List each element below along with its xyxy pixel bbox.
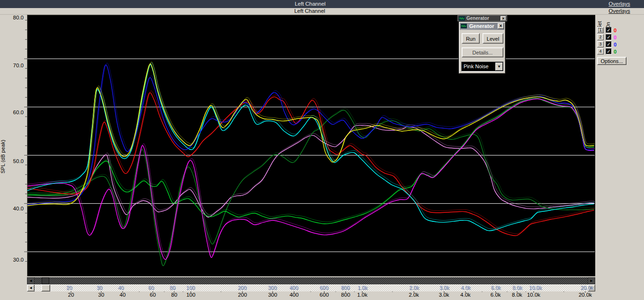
x-axis-label: 100 (180, 292, 201, 298)
overlays-panel: Set On 1✓02✓03✓04✓0 (595, 15, 644, 276)
scroll-left-icon: ◄ (27, 277, 35, 284)
scrollbar-thumb[interactable] (41, 284, 50, 291)
window-titlebar: Left Channel Overlays (0, 8, 644, 15)
x-axis-label: 20.0k (575, 292, 596, 298)
x-axis-label-ghost: 400 (289, 285, 298, 291)
run-button[interactable]: Run (462, 33, 480, 44)
x-axis-label-ghost: 3.0k (439, 285, 449, 291)
x-axis-label-ghost: 80 (170, 285, 175, 291)
y-axis-label: 40.0 (0, 206, 24, 211)
x-axis-label: 3.0k (434, 292, 455, 298)
x-axis-label: 600 (314, 292, 335, 298)
x-axis-label-ghost: 60 (148, 285, 154, 291)
x-axis-label-ghost: 1.0k (358, 285, 367, 291)
overlays-panel-title: Overlays (607, 8, 632, 14)
generator-dialog-titlebar[interactable]: Generator × (460, 23, 504, 30)
x-axis-label-ghost: 2.0k (409, 285, 419, 291)
overlay-set-button-4[interactable]: 4 (597, 48, 604, 55)
x-axis-label-ghost: 6.0k (491, 285, 501, 291)
signal-select-value: Pink Noise (464, 64, 489, 69)
overlay-set-button-2[interactable]: 2 (597, 34, 604, 40)
x-axis-label: 300 (262, 292, 283, 298)
x-axis-label: 40 (112, 292, 133, 298)
generator-ghost-title: Generator (466, 16, 489, 21)
x-axis-label-ghost: 10.0k (529, 285, 542, 291)
window-titlebar-ghost: Left Channel Overlays (0, 0, 644, 8)
x-axis-label: 400 (284, 292, 304, 298)
scroll-right-icon: ► (588, 277, 595, 284)
overlay-set-button-1[interactable]: 1 (597, 27, 604, 33)
overlay-set-button-3[interactable]: 3 (597, 41, 604, 47)
h-scrollbar-ghost: ◄ ► (27, 277, 595, 284)
close-icon[interactable]: × (501, 16, 506, 21)
x-axis-label-ghost: 800 (341, 285, 349, 291)
overlay-value-3: 0 (614, 42, 617, 47)
spectrum-plot-area (27, 15, 595, 276)
x-axis-label-ghost: 30 (97, 285, 102, 291)
y-axis-label: 70.0 (0, 63, 24, 68)
generator-dialog-ghost-titlebar: Generator × (457, 15, 507, 21)
chevron-down-icon[interactable]: ▼ (495, 63, 503, 71)
x-axis-label-ghost: 600 (320, 285, 328, 291)
x-axis-label: 30 (91, 292, 112, 298)
signal-select[interactable]: Pink Noise ▼ (461, 62, 504, 72)
x-axis-label-ghost: 40 (118, 285, 124, 291)
x-axis-label: 200 (232, 292, 253, 298)
x-axis-label-ghost: 20 (66, 285, 72, 291)
level-button[interactable]: Level (483, 33, 503, 44)
overlays-options-button[interactable]: Options... (597, 57, 626, 65)
x-axis-label-ghost: 20.0k (581, 285, 593, 291)
x-axis-label: 20 (61, 292, 81, 298)
window-title-ghost: Left Channel (0, 1, 620, 7)
generator-waveform-icon (461, 24, 467, 28)
y-axis-title: SPL (dB peak) (0, 108, 8, 205)
x-axis-label-ghost: 8.0k (512, 285, 522, 291)
close-icon[interactable]: × (498, 23, 504, 29)
window-title: Left Channel (0, 8, 619, 14)
details-button[interactable]: Details... (462, 47, 503, 57)
y-axis-label: 30.0 (0, 257, 24, 263)
overlay-on-checkbox-2[interactable]: ✓ (606, 34, 612, 40)
x-axis-label: 4.0k (455, 292, 476, 298)
x-axis-label: 2.0k (403, 292, 424, 298)
generator-dialog-title: Generator (469, 23, 494, 29)
y-axis-label: 80.0 (0, 15, 24, 20)
x-axis-label-ghost: 300 (268, 285, 277, 291)
overlays-title-ghost: Overlays (607, 1, 632, 7)
overlay-value-2: 0 (614, 35, 617, 40)
x-axis-label: 1.0k (352, 292, 373, 298)
h-scrollbar[interactable]: ◄ ► (27, 284, 595, 291)
x-axis-label-ghost: 4.0k (461, 285, 471, 291)
generator-dialog: Generator × Run Level Details... Pink No… (458, 21, 506, 74)
x-axis-label-ghost: 200 (238, 285, 246, 291)
x-axis-label: 6.0k (485, 292, 506, 298)
x-axis-label: 60 (143, 292, 163, 298)
generator-waveform-icon (459, 16, 465, 21)
x-axis-label: 10.0k (523, 292, 544, 298)
app-window: Left Channel Overlays Left Channel Overl… (0, 0, 644, 300)
scroll-left-icon[interactable]: ◄ (27, 284, 35, 291)
scrollbar-thumb-ghost (42, 277, 49, 284)
overlay-value-1: 0 (614, 27, 617, 33)
overlay-on-checkbox-3[interactable]: ✓ (606, 41, 612, 47)
overlay-on-checkbox-1[interactable]: ✓ (606, 27, 612, 33)
overlay-value-4: 0 (614, 49, 617, 55)
x-axis-label-ghost: 100 (186, 285, 195, 291)
overlay-on-checkbox-4[interactable]: ✓ (606, 48, 612, 55)
